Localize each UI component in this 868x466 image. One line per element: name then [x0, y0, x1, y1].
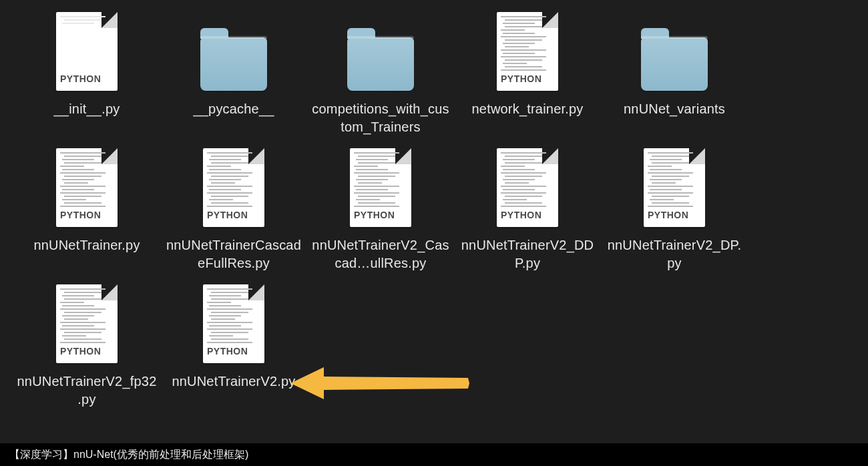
- file-label: nnUNet_variants: [624, 100, 725, 118]
- file-label: nnUNetTrainerV2_fp32.py: [17, 373, 157, 409]
- file-item[interactable]: PYTHON__init__.py: [13, 7, 160, 136]
- python-file-icon[interactable]: PYTHON: [494, 11, 561, 91]
- python-file-icon[interactable]: PYTHON: [53, 147, 120, 227]
- file-label: nnUNetTrainerV2_DP.py: [604, 236, 744, 272]
- file-item[interactable]: PYTHONnnUNetTrainerV2_DDP.py: [454, 143, 601, 272]
- python-file-icon[interactable]: PYTHON: [53, 11, 120, 91]
- python-band-label: PYTHON: [56, 72, 105, 85]
- file-label: __init__.py: [54, 100, 120, 118]
- folder-icon[interactable]: [200, 11, 267, 91]
- python-file-icon[interactable]: PYTHON: [200, 147, 267, 227]
- folder-icon[interactable]: [347, 11, 414, 91]
- file-item[interactable]: PYTHONnnUNetTrainer.py: [13, 143, 160, 272]
- file-item[interactable]: nnUNet_variants: [601, 7, 748, 136]
- file-item[interactable]: PYTHONnnUNetTrainerV2.py: [160, 279, 307, 409]
- file-label: network_trainer.py: [471, 100, 583, 118]
- python-band-label: PYTHON: [644, 208, 692, 222]
- python-band-label: PYTHON: [497, 208, 546, 222]
- python-band-label: PYTHON: [497, 72, 546, 85]
- file-label: __pycache__: [193, 100, 274, 118]
- python-band-label: PYTHON: [203, 344, 252, 358]
- file-item[interactable]: PYTHONnetwork_trainer.py: [454, 7, 601, 136]
- file-label: competitions_with_custom_Trainers: [310, 100, 451, 136]
- file-label: nnUNetTrainerCascadeFullRes.py: [164, 236, 304, 272]
- file-item[interactable]: PYTHONnnUNetTrainerV2_fp32.py: [13, 279, 160, 409]
- python-file-icon[interactable]: PYTHON: [200, 283, 267, 363]
- python-file-icon[interactable]: PYTHON: [347, 147, 414, 227]
- python-band-label: PYTHON: [350, 208, 399, 222]
- python-band-label: PYTHON: [203, 208, 252, 222]
- file-label: nnUNetTrainerV2.py: [172, 373, 295, 391]
- file-item[interactable]: competitions_with_custom_Trainers: [307, 7, 454, 136]
- footer-text: 【深度学习】nnU-Net(优秀的前处理和后处理框架): [9, 448, 248, 462]
- python-file-icon[interactable]: PYTHON: [53, 283, 120, 363]
- python-file-icon[interactable]: PYTHON: [641, 147, 708, 227]
- file-grid: PYTHON__init__.py__pycache__competitions…: [0, 0, 868, 415]
- file-label: nnUNetTrainerV2_DDP.py: [457, 236, 598, 272]
- python-file-icon[interactable]: PYTHON: [494, 147, 561, 227]
- folder-icon[interactable]: [641, 11, 708, 91]
- file-label: nnUNetTrainerV2_Cascad…ullRes.py: [310, 236, 451, 272]
- file-item[interactable]: PYTHONnnUNetTrainerV2_DP.py: [601, 143, 748, 272]
- file-item[interactable]: PYTHONnnUNetTrainerV2_Cascad…ullRes.py: [307, 143, 454, 272]
- file-label: nnUNetTrainer.py: [33, 236, 140, 254]
- file-item[interactable]: __pycache__: [160, 7, 307, 136]
- python-band-label: PYTHON: [56, 344, 105, 358]
- file-item[interactable]: PYTHONnnUNetTrainerCascadeFullRes.py: [160, 143, 307, 272]
- footer-caption: 【深度学习】nnU-Net(优秀的前处理和后处理框架): [0, 443, 868, 466]
- python-band-label: PYTHON: [56, 208, 105, 222]
